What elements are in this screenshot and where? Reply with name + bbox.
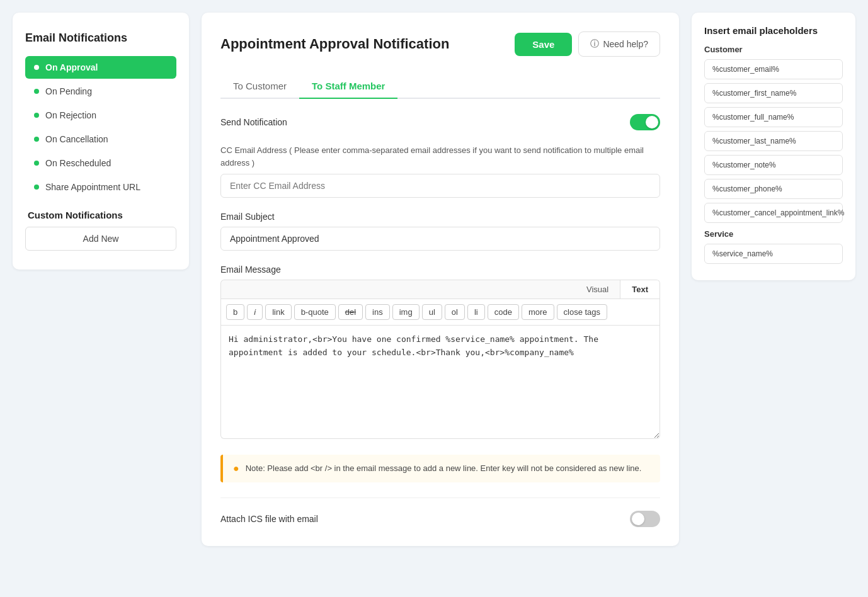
toolbar-img[interactable]: img — [392, 304, 420, 320]
placeholder-customer-full-name[interactable]: %customer_full_name% — [704, 107, 843, 127]
sidebar-item-on-approval[interactable]: On Approval — [25, 56, 176, 79]
cc-email-input[interactable] — [220, 174, 660, 198]
toolbar-bold[interactable]: b — [226, 304, 244, 320]
email-subject-section: Email Subject — [220, 212, 660, 251]
toolbar-ul[interactable]: ul — [422, 304, 442, 320]
sidebar-item-label: On Cancellation — [45, 134, 108, 144]
toolbar-del[interactable]: del — [338, 304, 363, 320]
help-label: Need help? — [603, 39, 648, 49]
send-notification-toggle[interactable] — [630, 114, 660, 130]
status-dot — [34, 161, 39, 166]
main-content: Appointment Approval Notification Save ⓘ… — [202, 13, 679, 546]
attach-ics-row: Attach ICS file with email — [220, 498, 660, 527]
tab-to-customer[interactable]: To Customer — [220, 74, 299, 99]
status-dot — [34, 185, 39, 190]
placeholder-customer-last-name[interactable]: %customer_last_name% — [704, 131, 843, 151]
email-message-section: Email Message Visual Text b i link b-quo… — [220, 264, 660, 441]
editor-toolbar: b i link b-quote del ins img ul ol li co… — [220, 298, 660, 326]
sidebar-item-on-pending[interactable]: On Pending — [25, 80, 176, 103]
placeholder-customer-first-name[interactable]: %customer_first_name% — [704, 83, 843, 103]
attach-ics-label: Attach ICS file with email — [220, 514, 318, 524]
customer-section-title: Customer — [704, 45, 843, 54]
placeholder-customer-cancel-link[interactable]: %customer_cancel_appointment_link% — [704, 203, 843, 223]
add-new-button[interactable]: Add New — [25, 227, 176, 251]
toolbar-code[interactable]: code — [488, 304, 519, 320]
status-dot — [34, 65, 39, 70]
right-panel: Insert email placeholders Customer %cust… — [692, 13, 855, 280]
toggle-thumb — [632, 513, 644, 525]
toolbar-bquote[interactable]: b-quote — [294, 304, 336, 320]
view-tab-visual[interactable]: Visual — [575, 280, 620, 298]
attach-ics-toggle[interactable] — [630, 511, 660, 527]
header-actions: Save ⓘ Need help? — [515, 31, 660, 57]
toolbar-more[interactable]: more — [522, 304, 554, 320]
sidebar: Email Notifications On Approval On Pendi… — [13, 13, 189, 270]
send-notification-label: Send Notification — [220, 117, 287, 127]
placeholder-customer-note[interactable]: %customer_note% — [704, 155, 843, 175]
placeholders-title: Insert email placeholders — [704, 25, 843, 36]
toolbar-link[interactable]: link — [265, 304, 292, 320]
sidebar-item-label: On Rejection — [45, 110, 96, 120]
toolbar-li[interactable]: li — [467, 304, 485, 320]
tabs: To Customer To Staff Member — [220, 74, 660, 99]
email-message-textarea[interactable]: Hi administrator,<br>You have one confir… — [220, 326, 660, 439]
sidebar-item-on-rescheduled[interactable]: On Rescheduled — [25, 152, 176, 174]
view-tab-text[interactable]: Text — [620, 280, 660, 298]
cc-email-label: CC Email Address ( Please enter comma-se… — [220, 144, 660, 169]
sidebar-item-label: On Approval — [45, 62, 98, 72]
tab-to-staff-member[interactable]: To Staff Member — [299, 74, 397, 99]
email-subject-label: Email Subject — [220, 212, 660, 222]
note-box: ● Note: Please add <br /> in the email m… — [220, 455, 660, 482]
placeholder-customer-email[interactable]: %customer_email% — [704, 59, 843, 79]
sidebar-title: Email Notifications — [25, 31, 176, 45]
placeholder-customer-phone[interactable]: %customer_phone% — [704, 179, 843, 199]
note-text: Note: Please add <br /> in the email mes… — [246, 462, 642, 475]
status-dot — [34, 113, 39, 118]
sidebar-item-label: Share Appointment URL — [45, 182, 140, 192]
warning-icon: ● — [233, 463, 239, 474]
toolbar-ins[interactable]: ins — [365, 304, 390, 320]
cc-email-section: CC Email Address ( Please enter comma-se… — [220, 144, 660, 198]
question-icon: ⓘ — [590, 38, 599, 50]
status-dot — [34, 89, 39, 94]
sidebar-item-on-rejection[interactable]: On Rejection — [25, 104, 176, 127]
email-subject-input[interactable] — [220, 227, 660, 251]
toggle-thumb — [646, 116, 658, 128]
custom-notifications-title: Custom Notifications — [25, 210, 176, 220]
sidebar-item-on-cancellation[interactable]: On Cancellation — [25, 128, 176, 151]
page-title: Appointment Approval Notification — [220, 36, 449, 52]
editor-view-tabs: Visual Text — [220, 280, 660, 298]
sidebar-item-label: On Pending — [45, 86, 92, 96]
toolbar-close-tags[interactable]: close tags — [557, 304, 608, 320]
email-message-label: Email Message — [220, 264, 660, 275]
send-notification-row: Send Notification — [220, 114, 660, 130]
placeholder-service-name[interactable]: %service_name% — [704, 244, 843, 264]
toolbar-italic[interactable]: i — [247, 304, 263, 320]
service-section-title: Service — [704, 229, 843, 239]
status-dot — [34, 137, 39, 142]
help-button[interactable]: ⓘ Need help? — [578, 31, 660, 57]
sidebar-item-share-appointment-url[interactable]: Share Appointment URL — [25, 176, 176, 198]
save-button[interactable]: Save — [515, 33, 572, 56]
toolbar-ol[interactable]: ol — [445, 304, 465, 320]
main-header: Appointment Approval Notification Save ⓘ… — [220, 31, 660, 57]
sidebar-item-label: On Rescheduled — [45, 158, 111, 168]
